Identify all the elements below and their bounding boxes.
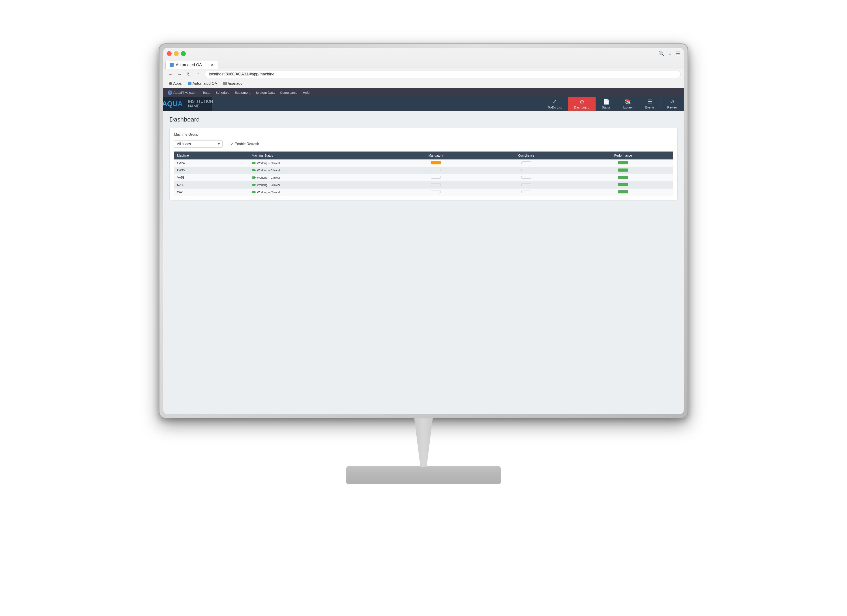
mandatory-indicator <box>431 190 441 193</box>
cell-performance <box>573 167 673 174</box>
enable-refresh: ✔ Enable Refresh <box>230 142 259 146</box>
toolbar-nav-library[interactable]: 📚 Library <box>617 97 639 111</box>
tab-close-button[interactable]: ✕ <box>210 63 214 67</box>
status-pill: Working – Clinical <box>252 176 280 179</box>
performance-indicator <box>618 176 628 179</box>
maximize-button[interactable] <box>181 51 186 56</box>
status-icon: 📄 <box>603 99 609 105</box>
browser-titlebar: 🔍 ☆ ☰ <box>163 48 684 59</box>
toolbar-nav-status[interactable]: 📄 Status <box>596 97 617 111</box>
browser-chrome: 🔍 ☆ ☰ Automated QA ✕ <box>163 48 684 88</box>
table-row: SA24Working – Clinical <box>174 159 673 167</box>
mandatory-indicator <box>431 183 441 186</box>
toolbar-nav-events[interactable]: ☰ Events <box>639 97 661 111</box>
cell-machine-status: Working – Clinical <box>249 181 392 189</box>
cell-machine-status: Working – Clinical <box>249 189 392 196</box>
status-pill: Working – Clinical <box>252 161 280 165</box>
todolist-label: To-Do List <box>548 106 562 109</box>
status-text: Working – Clinical <box>257 183 280 187</box>
status-dot-icon <box>252 169 256 171</box>
nav-system-data[interactable]: System Data <box>254 90 277 95</box>
star-icon[interactable]: ☆ <box>668 51 672 56</box>
cell-mandatory <box>393 181 479 189</box>
filter-label: Machine Group <box>174 133 198 137</box>
col-mandatory: Mandatory <box>393 152 479 159</box>
compliance-indicator <box>521 161 531 164</box>
filter-row: Machine Group <box>174 133 673 137</box>
minimize-button[interactable] <box>174 51 179 56</box>
col-compliance: Compliance <box>479 152 573 159</box>
institution-name: INSTITUTION NAME <box>184 99 213 109</box>
library-label: Library <box>623 106 633 109</box>
cell-machine-status: Working – Clinical <box>249 167 392 174</box>
back-button[interactable]: ← <box>166 70 174 78</box>
toolbar-nav-items: ✓ To-Do List ⊙ Dashboard 📄 Status 📚 <box>542 97 684 111</box>
bookmark-aq-label: Automated QA <box>193 81 217 86</box>
performance-indicator <box>618 183 628 186</box>
refresh-check-icon: ✔ <box>230 142 233 146</box>
forward-button[interactable]: → <box>176 70 183 78</box>
username-label: AquaPhysicast <box>173 91 195 94</box>
app-nav-user: 👤 AquaPhysicast <box>165 90 198 96</box>
nav-tests[interactable]: Tests <box>200 90 212 95</box>
tab-title: Automated QA <box>176 63 202 67</box>
home-button[interactable]: ⌂ <box>194 70 202 78</box>
search-icon[interactable]: 🔍 <box>658 51 664 56</box>
mandatory-indicator <box>431 161 441 164</box>
menu-icon[interactable]: ☰ <box>676 51 680 56</box>
cell-compliance <box>479 159 573 167</box>
address-field[interactable]: localhost:8080/AQA31/#app/machine <box>205 71 681 78</box>
bookmark-apps[interactable]: Apps <box>166 81 184 87</box>
cell-machine-name: WA18 <box>174 189 249 196</box>
cell-performance <box>573 189 673 196</box>
events-icon: ☰ <box>648 99 652 105</box>
dashboard-panel: Machine Group All linacs ▼ ✔ <box>170 128 677 200</box>
nav-equipment[interactable]: Equipment <box>233 90 253 95</box>
bookmark-manager-icon <box>223 82 227 85</box>
nav-buttons: ← → ↻ ⌂ <box>166 70 202 78</box>
col-status: Machine Status <box>249 152 392 159</box>
performance-indicator <box>618 168 628 172</box>
dashboard-table: Machine Machine Status Mandatory Complia… <box>174 152 673 196</box>
bookmark-manager[interactable]: /manager <box>221 81 246 87</box>
nav-help[interactable]: Help <box>301 90 312 95</box>
cell-performance <box>573 174 673 181</box>
aqua-toolbar: AQUA INSTITUTION NAME ✓ To-Do List ⊙ Das… <box>163 97 684 111</box>
reload-button[interactable]: ↻ <box>185 70 193 78</box>
app-nav: 👤 AquaPhysicast Tests Schedule Equipment… <box>163 88 684 97</box>
cell-compliance <box>479 181 573 189</box>
status-text: Working – Clinical <box>257 176 280 179</box>
toolbar-nav-todolist[interactable]: ✓ To-Do List <box>542 97 568 111</box>
cell-compliance <box>479 189 573 196</box>
status-dot-icon <box>252 184 256 186</box>
machine-group-select[interactable]: All linacs <box>174 140 223 147</box>
status-dot-icon <box>252 177 256 179</box>
close-button[interactable] <box>167 51 172 56</box>
status-text: Working – Clinical <box>257 161 280 165</box>
nav-schedule[interactable]: Schedule <box>213 90 232 95</box>
table-row: WA18Working – Clinical <box>174 189 673 196</box>
browser-tab[interactable]: Automated QA ✕ <box>165 60 218 69</box>
bookmark-apps-label: Apps <box>173 81 182 86</box>
toolbar-nav-review[interactable]: ↺ Review <box>661 97 684 111</box>
table-row: EA35Working – Clinical <box>174 167 673 174</box>
table-row: VA58Working – Clinical <box>174 174 673 181</box>
dashboard-label: Dashboard <box>574 106 589 109</box>
screen: 🔍 ☆ ☰ Automated QA ✕ <box>163 48 684 414</box>
tab-bar: Automated QA ✕ <box>163 59 684 69</box>
bookmarks-bar: Apps Automated QA /manager <box>163 80 684 88</box>
cell-machine-status: Working – Clinical <box>249 174 392 181</box>
performance-indicator <box>618 190 628 193</box>
cell-machine-name: NA11 <box>174 181 249 189</box>
col-performance: Performance <box>573 152 673 159</box>
table-header-row: Machine Machine Status Mandatory Complia… <box>174 152 673 159</box>
toolbar-nav-dashboard[interactable]: ⊙ Dashboard <box>568 97 596 111</box>
tab-favicon <box>170 63 174 67</box>
nav-compliance[interactable]: Compliance <box>278 90 300 95</box>
cell-mandatory <box>393 189 479 196</box>
stand-base <box>346 466 501 484</box>
enable-refresh-label: Enable Refresh <box>235 142 259 146</box>
bookmark-automated-qa[interactable]: Automated QA <box>185 81 220 87</box>
mandatory-indicator <box>431 169 441 171</box>
cell-mandatory <box>393 174 479 181</box>
